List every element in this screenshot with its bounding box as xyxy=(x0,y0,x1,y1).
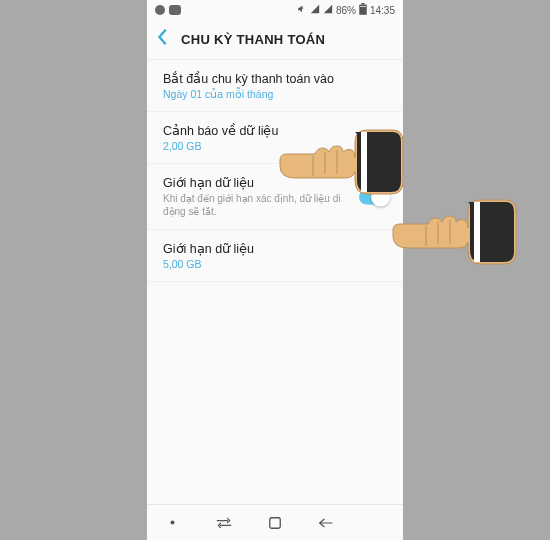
svg-point-4 xyxy=(171,521,175,525)
battery-text: 86% xyxy=(336,5,356,16)
item-subtitle: Ngày 01 của mỗi tháng xyxy=(163,88,387,100)
svg-rect-0 xyxy=(361,3,364,5)
notification-icon xyxy=(155,5,165,15)
svg-rect-5 xyxy=(270,517,281,528)
page-title: CHU KỲ THANH TOÁN xyxy=(181,32,325,47)
nav-dot xyxy=(164,514,182,532)
pointing-hand-icon xyxy=(388,192,518,272)
signal-icon-2 xyxy=(323,4,333,16)
status-bar: 86% 14:35 xyxy=(147,0,403,20)
nav-back-button[interactable] xyxy=(317,514,335,532)
svg-rect-7 xyxy=(474,202,480,262)
pointing-hand-icon xyxy=(275,122,405,202)
app-header: CHU KỲ THANH TOÁN xyxy=(147,20,403,60)
svg-rect-3 xyxy=(360,7,366,15)
back-button[interactable] xyxy=(157,28,169,51)
message-icon xyxy=(169,5,181,15)
status-right: 86% 14:35 xyxy=(297,3,395,17)
navigation-bar xyxy=(147,504,403,540)
status-left xyxy=(155,5,181,15)
svg-rect-6 xyxy=(361,132,367,192)
nav-spacer xyxy=(368,514,386,532)
item-data-limit-value[interactable]: Giới hạn dữ liệu 5,00 GB xyxy=(147,230,403,282)
mute-icon xyxy=(297,4,307,16)
nav-home-button[interactable] xyxy=(266,514,284,532)
item-title: Giới hạn dữ liệu xyxy=(163,241,387,256)
item-subtitle: 5,00 GB xyxy=(163,258,387,270)
clock-text: 14:35 xyxy=(370,5,395,16)
battery-icon xyxy=(359,3,367,17)
item-start-cycle[interactable]: Bắt đầu chu kỳ thanh toán vào Ngày 01 củ… xyxy=(147,60,403,112)
signal-icon xyxy=(310,4,320,16)
item-title: Bắt đầu chu kỳ thanh toán vào xyxy=(163,71,387,86)
phone-frame: 86% 14:35 CHU KỲ THANH TOÁN Bắt đầu chu … xyxy=(147,0,403,540)
nav-recents-button[interactable] xyxy=(215,514,233,532)
